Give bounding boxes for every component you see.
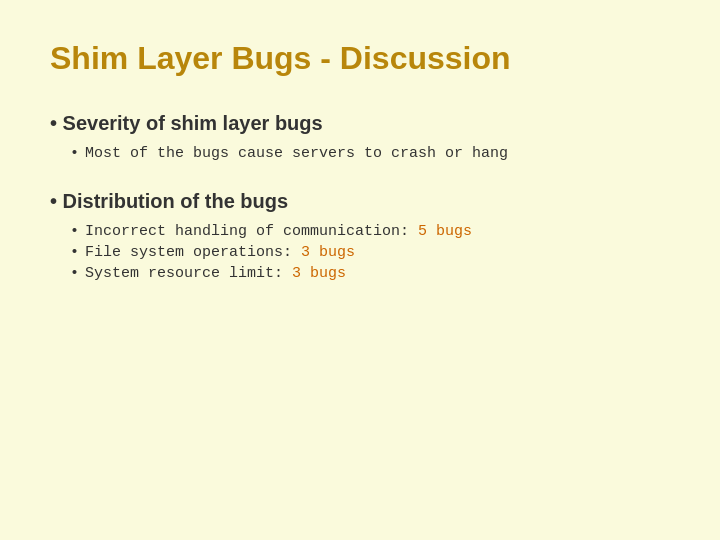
distribution-subitem-1: • Incorrect handling of communication: 5…	[70, 223, 670, 240]
sub-bullet-2: •	[70, 223, 79, 240]
severity-section: • Severity of shim layer bugs • Most of …	[50, 112, 670, 162]
severity-header: • Severity of shim layer bugs	[50, 112, 670, 135]
severity-subitem-1: • Most of the bugs cause servers to cras…	[70, 145, 670, 162]
sub-bullet-4: •	[70, 265, 79, 282]
highlight-2: 3 bugs	[301, 244, 355, 261]
distribution-bullet: •	[50, 190, 63, 212]
severity-subitem-text-1: Most of the bugs cause servers to crash …	[85, 145, 508, 162]
distribution-subitem-text-3: System resource limit: 3 bugs	[85, 265, 346, 282]
highlight-1: 5 bugs	[418, 223, 472, 240]
sub-bullet-1: •	[70, 145, 79, 162]
distribution-subitem-text-2: File system operations: 3 bugs	[85, 244, 355, 261]
slide: Shim Layer Bugs - Discussion • Severity …	[0, 0, 720, 540]
distribution-section: • Distribution of the bugs • Incorrect h…	[50, 190, 670, 282]
distribution-subitem-3: • System resource limit: 3 bugs	[70, 265, 670, 282]
highlight-3: 3 bugs	[292, 265, 346, 282]
slide-title: Shim Layer Bugs - Discussion	[50, 40, 670, 77]
sub-bullet-3: •	[70, 244, 79, 261]
distribution-header: • Distribution of the bugs	[50, 190, 670, 213]
severity-bullet: •	[50, 112, 63, 134]
distribution-subitem-text-1: Incorrect handling of communication: 5 b…	[85, 223, 472, 240]
distribution-subitem-2: • File system operations: 3 bugs	[70, 244, 670, 261]
